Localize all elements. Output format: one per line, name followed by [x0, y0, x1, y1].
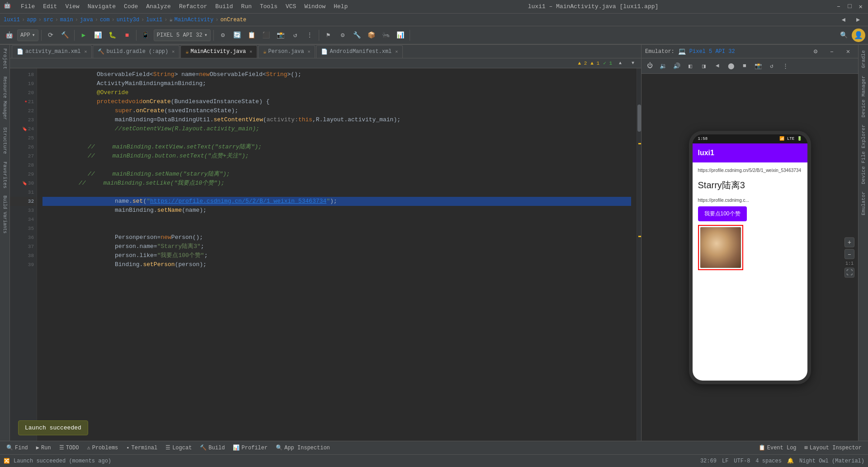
tab-emulator-side[interactable]: Emulator [859, 188, 868, 219]
settings-btn[interactable]: 👤 [852, 29, 865, 42]
toolbar-extra-12[interactable]: 🐜 [380, 29, 392, 42]
tool-build[interactable]: 🔨 Build [196, 443, 228, 453]
toolbar-extra-1[interactable]: ⚙ [217, 29, 229, 42]
code-editor-main[interactable]: 18 19 20 ●21 22 23 🔖24 25 26 27 28 29 🔖3… [10, 68, 641, 441]
toolbar-extra-13[interactable]: 📊 [394, 29, 407, 42]
menu-build[interactable]: Build [212, 2, 236, 11]
emu-screenshot-btn[interactable]: 📸 [753, 61, 764, 71]
breadcrumb-project[interactable]: luxi1 [4, 17, 20, 23]
emu-rotate-right-btn[interactable]: ◨ [698, 61, 709, 71]
tool-logcat[interactable]: ☰ Logcat [162, 443, 195, 453]
breadcrumb-java[interactable]: java [80, 17, 93, 23]
menu-code[interactable]: Code [120, 2, 142, 11]
toolbar-extra-6[interactable]: ↺ [289, 29, 302, 42]
tab-close-mainactivity[interactable]: ✕ [250, 49, 252, 54]
tab-close-activity[interactable]: ✕ [84, 49, 87, 54]
menu-analyze[interactable]: Analyze [142, 2, 175, 11]
minimize-btn[interactable]: – [835, 3, 842, 10]
menu-run[interactable]: Run [237, 2, 255, 11]
close-btn[interactable]: ✕ [857, 3, 864, 10]
emu-stop-btn[interactable]: ■ [739, 61, 750, 71]
tab-resource-manager[interactable]: Resource Manager [0, 73, 9, 124]
breadcrumb-luxi1[interactable]: luxi1 [146, 17, 162, 23]
tool-layout-inspector[interactable]: ⊞ Layout Inspector [801, 443, 865, 453]
tool-problems[interactable]: ⚠ Problems [83, 443, 122, 453]
profile-btn[interactable]: 📊 [92, 29, 104, 42]
tab-project[interactable]: Project [0, 45, 9, 73]
menu-view[interactable]: View [61, 2, 83, 11]
cursor-position[interactable]: 32:69 [700, 458, 717, 464]
tab-close-gradle[interactable]: ✕ [172, 49, 175, 54]
toolbar-extra-2[interactable]: 🔄 [231, 29, 244, 42]
zoom-out-btn[interactable]: – [844, 249, 854, 259]
fullscreen-btn[interactable]: ⛶ [844, 267, 854, 277]
menu-edit[interactable]: Edit [39, 2, 61, 11]
toolbar-extra-8[interactable]: ⚑ [322, 29, 335, 42]
stop-btn[interactable]: ■ [121, 29, 133, 42]
toolbar-extra-7[interactable]: ⋮ [303, 29, 316, 42]
breadcrumb-app[interactable]: app [27, 17, 37, 23]
toolbar-extra-5[interactable]: 📸 [274, 29, 287, 42]
emu-more-btn[interactable]: ⋮ [780, 61, 791, 71]
emu-refresh-btn[interactable]: ↺ [766, 61, 777, 71]
emu-rotate-left-btn[interactable]: ◧ [685, 61, 696, 71]
phone-like-button[interactable]: 我要点100个赞 [698, 206, 747, 221]
emulator-device-name[interactable]: Pixel 5 API 32 [689, 48, 735, 55]
tab-close-manifest[interactable]: ✕ [395, 49, 398, 54]
toolbar-extra-11[interactable]: 📦 [365, 29, 378, 42]
breadcrumb-unity3d[interactable]: unity3d [117, 17, 139, 23]
tool-app-inspection[interactable]: 🔍 App Inspection [272, 443, 334, 453]
tool-find[interactable]: 🔍 Find [3, 443, 32, 453]
tool-terminal[interactable]: ▪ Terminal [123, 443, 161, 453]
tab-favorites[interactable]: Favorites [0, 158, 9, 192]
breadcrumb-main[interactable]: main [60, 17, 73, 23]
emu-back-btn[interactable]: ◄ [712, 61, 723, 71]
code-content[interactable]: ObservableField<String> name=new Observa… [37, 68, 637, 441]
forward-nav-btn[interactable]: ► [852, 14, 864, 26]
app-config-dropdown[interactable]: APP ▾ [17, 29, 38, 41]
device-dropdown[interactable]: PIXEL 5 API 32 ▾ [154, 29, 211, 41]
tab-device-manager[interactable]: Device Manager [859, 72, 868, 121]
tool-todo[interactable]: ☰ TODO [56, 443, 83, 453]
theme-name[interactable]: Night Owl (Material) [799, 458, 864, 464]
breadcrumb-src[interactable]: src [43, 17, 53, 23]
toolbar-extra-4[interactable]: ⬛ [260, 29, 273, 42]
build-btn[interactable]: 🔨 [59, 29, 71, 42]
run-android-icon[interactable]: 🤖 [3, 29, 15, 42]
breadcrumb-com[interactable]: com [100, 17, 110, 23]
tab-androidmanifest[interactable]: 📄 AndroidManifest.xml ✕ [316, 45, 403, 58]
tab-gradle[interactable]: Gradle [859, 47, 868, 72]
tab-activity-main-xml[interactable]: 📄 activity_main.xml ✕ [12, 45, 92, 58]
toolbar-extra-9[interactable]: ⚙ [336, 29, 349, 42]
emulator-minimize-btn[interactable]: – [826, 45, 838, 58]
tool-run[interactable]: ▶ Run [33, 443, 55, 453]
scrollbar-thumb[interactable] [637, 105, 641, 132]
breadcrumb-oncreate[interactable]: onCreate [220, 17, 246, 23]
debug-btn[interactable]: 🐛 [106, 29, 119, 42]
tool-event-log[interactable]: 📋 Event Log [755, 443, 800, 453]
menu-file[interactable]: File [17, 2, 38, 11]
tab-device-file-explorer[interactable]: Device File Explorer [859, 121, 868, 188]
back-nav-btn[interactable]: ◄ [837, 14, 850, 26]
emulator-settings-btn[interactable]: ⚙ [809, 45, 822, 58]
menu-refactor[interactable]: Refactor [175, 2, 211, 11]
menu-tools[interactable]: Tools [256, 2, 281, 11]
line-ending[interactable]: LF [722, 458, 728, 464]
menu-help[interactable]: Help [330, 2, 351, 11]
zoom-in-btn[interactable]: + [844, 237, 854, 247]
file-charset[interactable]: UTF-8 [734, 458, 750, 464]
emu-volume-down-btn[interactable]: 🔉 [658, 61, 669, 71]
tab-mainactivity-java[interactable]: ☕ MainActivity.java ✕ [180, 45, 257, 58]
menu-navigate[interactable]: Navigate [84, 2, 119, 11]
indent-setting[interactable]: 4 spaces [755, 458, 782, 464]
emulator-close-btn[interactable]: ✕ [842, 45, 854, 58]
tool-profiler[interactable]: 📊 Profiler [229, 443, 271, 453]
emu-home-btn[interactable]: ⬤ [726, 61, 736, 71]
expand-annotations-btn[interactable]: ▲ [616, 59, 625, 68]
search-everywhere-btn[interactable]: 🔍 [837, 29, 850, 42]
tab-build-variants[interactable]: Build Variants [0, 192, 9, 237]
collapse-annotations-btn[interactable]: ▼ [628, 59, 637, 68]
menu-window[interactable]: Window [301, 2, 329, 11]
toolbar-extra-3[interactable]: 📋 [245, 29, 258, 42]
sync-btn[interactable]: ⟳ [44, 29, 57, 42]
